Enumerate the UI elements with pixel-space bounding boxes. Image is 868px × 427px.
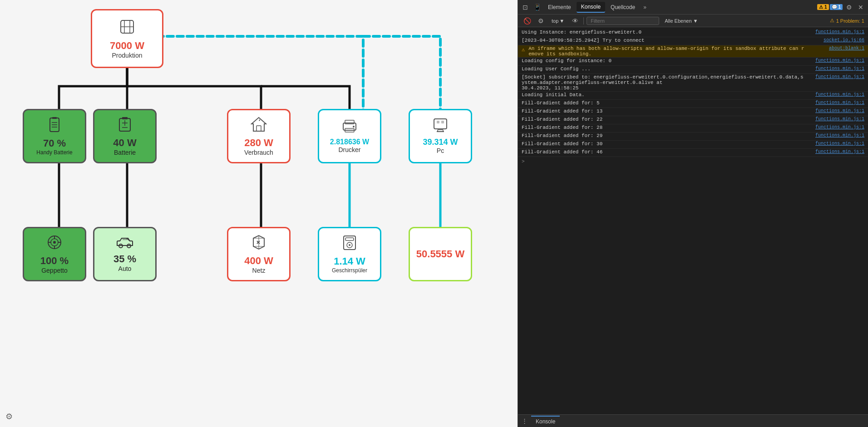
node-handy-batterie[interactable]: 70 % Handy Batterie: [23, 109, 86, 163]
console-msg: Fill-Gradient added for: 22: [522, 117, 806, 122]
console-source[interactable]: functions.min.js:1: [810, 117, 864, 122]
drucker-label: Drucker: [338, 146, 360, 153]
unknown-value: 50.5555 W: [416, 248, 464, 260]
console-msg: Loading config for instance: 0: [522, 58, 806, 64]
tab-elemente[interactable]: Elemente: [543, 2, 576, 12]
warning-icon: ⚠: [522, 46, 525, 53]
verbrauch-label: Verbrauch: [244, 149, 273, 156]
console-source[interactable]: about:blank:1: [810, 46, 864, 51]
console-line: [Socket] subscribed to: energiefluss-erw…: [518, 74, 868, 92]
console-msg: Fill-Gradient added for: 30: [522, 141, 806, 147]
produktion-icon: [119, 19, 135, 38]
console-line: [2023-04-30T09:58:25.294Z] Try to connec…: [518, 37, 868, 45]
svg-point-26: [53, 241, 56, 244]
console-msg: Loading User Config ...: [522, 66, 806, 72]
verbrauch-value: 280 W: [244, 137, 273, 149]
console-line: Fill-Gradient added for: 30functions.min…: [518, 141, 868, 149]
settings-devtools-icon[interactable]: ⚙: [843, 2, 854, 13]
console-source[interactable]: functions.min.js:1: [810, 125, 864, 130]
produktion-label: Produktion: [112, 52, 143, 59]
more-tabs-btn[interactable]: »: [641, 2, 649, 12]
problems-badge: ⚠ 1 Problem: 1: [830, 18, 864, 24]
node-geschirrspuler[interactable]: 1.14 W Geschirrspüler: [318, 227, 381, 281]
settings-icon[interactable]: ⚙: [5, 412, 13, 422]
console-source[interactable]: functions.min.js:1: [810, 66, 864, 71]
console-source[interactable]: functions.min.js:1: [810, 58, 864, 63]
auto-value: 35 %: [113, 253, 136, 265]
geppetto-icon: [47, 235, 62, 253]
console-line: Loading User Config ...functions.min.js:…: [518, 66, 868, 74]
pc-value: 39.314 W: [423, 137, 458, 147]
node-produktion[interactable]: 7000 W Produktion: [91, 9, 163, 68]
devtools-topbar: ⊡ 📱 Elemente Konsole Quellcode » ⚠ 1 💬 1…: [518, 0, 868, 15]
console-line: ⚠An iframe which has both allow-scripts …: [518, 45, 868, 58]
node-verbrauch[interactable]: 280 W Verbrauch: [227, 109, 291, 163]
eye-icon[interactable]: 👁: [570, 15, 581, 26]
console-source[interactable]: functions.min.js:1: [810, 100, 864, 105]
auto-label: Auto: [118, 265, 132, 272]
node-batterie[interactable]: 40 W Batterie: [93, 109, 157, 163]
drucker-icon: [341, 119, 358, 136]
console-settings-icon[interactable]: ⚙: [535, 15, 546, 26]
netz-value: 400 W: [244, 255, 273, 267]
node-pc[interactable]: 39.314 W Pc: [409, 109, 472, 163]
top-label: top: [552, 18, 558, 24]
tab-konsole[interactable]: Konsole: [577, 2, 605, 13]
console-source[interactable]: functions.min.js:1: [810, 92, 864, 97]
connections-svg: [0, 0, 518, 427]
console-source[interactable]: functions.min.js:1: [810, 141, 864, 146]
node-geppetto[interactable]: 100 % Geppetto: [23, 227, 86, 281]
handy-batterie-label: Handy Batterie: [36, 149, 72, 156]
pc-icon: [433, 118, 448, 136]
devtools-panel: ⊡ 📱 Elemente Konsole Quellcode » ⚠ 1 💬 1…: [518, 0, 868, 427]
console-msg: [2023-04-30T09:58:25.294Z] Try to connec…: [522, 38, 806, 43]
problems-label: 1 Problem: 1: [836, 18, 864, 24]
handy-batterie-icon: [48, 117, 61, 136]
console-source[interactable]: functions.min.js:1: [810, 74, 864, 79]
top-chevron: ▼: [559, 18, 564, 24]
verbrauch-icon: [251, 117, 267, 135]
inspect-icon[interactable]: ⊡: [520, 2, 531, 13]
svg-rect-23: [441, 121, 444, 123]
node-auto[interactable]: 35 % Auto: [93, 227, 157, 281]
console-line: Fill-Gradient added for: 29functions.min…: [518, 133, 868, 141]
message-badge: 💬 1: [830, 4, 843, 10]
warning-badge: ⚠ 1: [817, 4, 829, 10]
svg-rect-39: [345, 238, 354, 240]
node-netz[interactable]: 400 W Netz: [227, 227, 291, 281]
svg-point-41: [349, 244, 350, 246]
console-line: Loading initial Data.functions.min.js:1: [518, 92, 868, 100]
console-source[interactable]: functions.min.js:1: [810, 108, 864, 113]
filter-input[interactable]: [587, 17, 659, 25]
bottom-konsole-tab[interactable]: Konsole: [531, 416, 560, 427]
svg-point-18: [353, 126, 355, 128]
console-source[interactable]: functions.min.js:1: [810, 29, 864, 34]
geschirrspuler-label: Geschirrspüler: [332, 267, 367, 274]
console-msg: Fill-Gradient added for: 46: [522, 149, 806, 155]
console-line: Fill-Gradient added for: 22functions.min…: [518, 116, 868, 124]
console-msg: Fill-Gradient added for: 5: [522, 100, 806, 106]
netz-label: Netz: [252, 267, 266, 274]
console-line: Fill-Gradient added for: 28functions.min…: [518, 124, 868, 133]
batterie-icon: [118, 117, 131, 135]
tab-quellcode[interactable]: Quellcode: [606, 2, 640, 12]
console-source[interactable]: functions.min.js:1: [810, 133, 864, 138]
node-unknown[interactable]: 50.5555 W: [409, 227, 472, 281]
warning-icon: ⚠: [830, 18, 834, 24]
clear-console-icon[interactable]: 🚫: [522, 15, 533, 26]
bottombar-menu-icon[interactable]: ⋮: [522, 417, 528, 424]
energy-flow-panel: 7000 W Produktion 70 % Handy Batterie: [0, 0, 518, 427]
svg-rect-14: [256, 126, 261, 131]
close-devtools-icon[interactable]: ✕: [855, 2, 866, 13]
console-output[interactable]: Using Instance: energiefluss-erweitert.0…: [518, 27, 868, 414]
svg-rect-10: [122, 117, 128, 119]
console-source[interactable]: socket.io.js:66: [810, 38, 864, 43]
console-prompt: >: [518, 157, 868, 166]
mobile-icon[interactable]: 📱: [532, 2, 542, 13]
node-drucker[interactable]: 2.818636 W Drucker: [318, 109, 381, 163]
console-source[interactable]: functions.min.js:1: [810, 149, 864, 154]
console-msg: An iframe which has both allow-scripts a…: [528, 46, 806, 57]
top-selector[interactable]: top ▼: [549, 17, 567, 25]
levels-selector[interactable]: Alle Ebenen ▼: [662, 17, 700, 25]
handy-batterie-value: 70 %: [43, 137, 66, 149]
